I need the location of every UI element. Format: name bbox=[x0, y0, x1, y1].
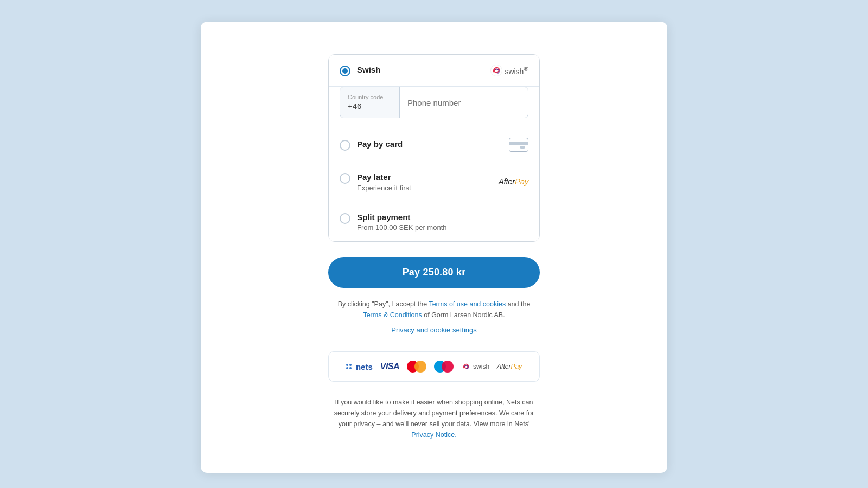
terms-text-before: By clicking "Pay", I accept the bbox=[338, 300, 429, 308]
afterpay-radio[interactable] bbox=[340, 173, 350, 184]
maestro-logo bbox=[434, 361, 454, 373]
phone-number-input[interactable] bbox=[400, 87, 528, 118]
visa-logo: VISA bbox=[380, 362, 399, 371]
split-option-left: Split payment From 100.00 SEK per month bbox=[340, 212, 446, 232]
payment-options-box: Swish swish® Country code +46 bbox=[328, 54, 540, 242]
mc-circle-right bbox=[414, 361, 426, 373]
nets-logo: nets bbox=[346, 362, 373, 371]
afterpay-logo-right: AfterPay bbox=[499, 177, 528, 187]
nets-dot-3 bbox=[346, 367, 348, 369]
card-icon bbox=[509, 138, 528, 152]
payment-logos-strip: nets VISA swish AfterPay bbox=[328, 351, 540, 382]
terms-link1[interactable]: Terms of use and cookies bbox=[429, 300, 506, 308]
page-wrapper: Swish swish® Country code +46 bbox=[201, 22, 667, 473]
privacy-link[interactable]: Privacy and cookie settings bbox=[328, 326, 540, 334]
card-radio[interactable] bbox=[340, 140, 350, 151]
payment-option-swish[interactable]: Swish swish® bbox=[329, 55, 539, 87]
bottom-text: If you would like to make it easier when… bbox=[328, 397, 540, 440]
terms-text: By clicking "Pay", I accept the Terms of… bbox=[328, 299, 540, 320]
nets-dot-1 bbox=[346, 364, 348, 366]
afterpay-logo: AfterPay bbox=[499, 177, 528, 186]
card-label: Pay by card bbox=[357, 139, 403, 150]
afterpay-small-logo: AfterPay bbox=[497, 363, 522, 370]
terms-text-middle: and the bbox=[506, 300, 530, 308]
split-sublabel: From 100.00 SEK per month bbox=[357, 223, 446, 232]
afterpay-sublabel: Experience it first bbox=[357, 184, 411, 192]
swish-small-logo: swish bbox=[461, 362, 489, 371]
split-text: Split payment From 100.00 SEK per month bbox=[357, 212, 446, 232]
payment-option-split[interactable]: Split payment From 100.00 SEK per month bbox=[329, 202, 539, 242]
terms-text-after: of Gorm Larsen Nordic AB. bbox=[422, 311, 505, 319]
swish-logo-right: swish® bbox=[490, 65, 528, 76]
payment-container: Swish swish® Country code +46 bbox=[328, 54, 540, 440]
swish-option-left: Swish bbox=[340, 65, 380, 76]
swish-expanded-content: Country code +46 bbox=[329, 87, 539, 128]
mastercard-logo bbox=[407, 361, 426, 373]
mae-circle-right bbox=[442, 361, 454, 373]
afterpay-text: Pay later Experience it first bbox=[357, 172, 411, 192]
terms-link2[interactable]: Terms & Conditions bbox=[363, 311, 422, 319]
phone-input-row: Country code +46 bbox=[340, 87, 528, 118]
afterpay-option-left: Pay later Experience it first bbox=[340, 172, 411, 192]
card-option-left: Pay by card bbox=[340, 139, 403, 151]
privacy-notice-link[interactable]: Privacy Notice. bbox=[411, 431, 456, 439]
split-radio[interactable] bbox=[340, 213, 350, 224]
card-icon-right bbox=[509, 138, 528, 152]
swish-icon bbox=[490, 65, 502, 76]
afterpay-label: Pay later bbox=[357, 172, 411, 183]
payment-option-afterpay[interactable]: Pay later Experience it first AfterPay bbox=[329, 162, 539, 202]
swish-label: Swish bbox=[357, 65, 380, 75]
swish-small-icon bbox=[461, 362, 471, 371]
nets-dot-2 bbox=[349, 364, 352, 366]
country-code-box: Country code +46 bbox=[340, 87, 400, 118]
nets-dot-4 bbox=[349, 367, 352, 369]
bottom-text-content: If you would like to make it easier when… bbox=[334, 399, 534, 428]
nets-text: nets bbox=[356, 362, 373, 371]
split-label: Split payment bbox=[357, 212, 446, 223]
country-code-label: Country code bbox=[348, 94, 392, 100]
payment-option-card[interactable]: Pay by card bbox=[329, 128, 539, 162]
swish-radio[interactable] bbox=[340, 66, 350, 76]
swish-small-text: swish bbox=[473, 363, 489, 370]
svg-point-0 bbox=[491, 65, 502, 76]
swish-text: swish® bbox=[505, 65, 528, 76]
pay-button[interactable]: Pay 250.80 kr bbox=[328, 257, 540, 288]
nets-dots bbox=[346, 364, 354, 369]
country-code-value: +46 bbox=[348, 101, 361, 111]
